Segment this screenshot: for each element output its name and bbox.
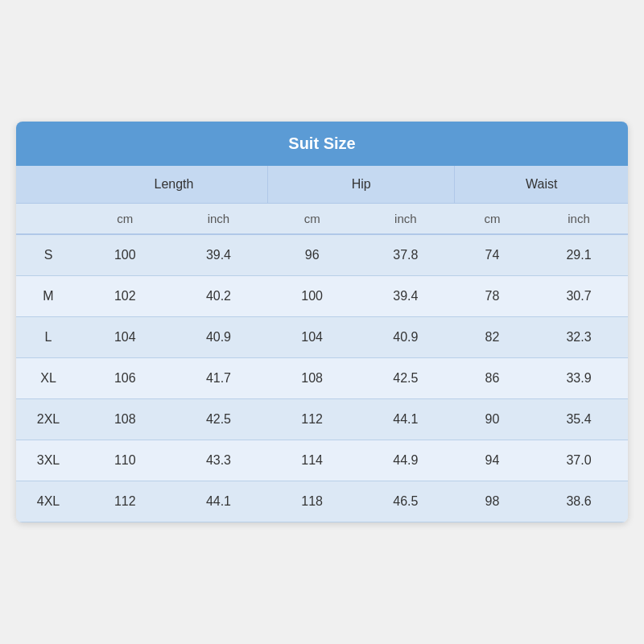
length-inch-cell: 42.5: [169, 399, 267, 440]
length-inch-cell: 44.1: [169, 481, 267, 522]
length-inch-cell: 40.9: [169, 317, 267, 358]
length-cm-cell: 112: [80, 481, 169, 522]
waist-cm-cell: 86: [455, 358, 530, 399]
length-inch-cell: 40.2: [169, 276, 267, 317]
size-chart: Suit Size Length Hip Waist cm inch cm in…: [16, 122, 628, 522]
hip-cm-cell: 114: [267, 440, 356, 481]
hip-inch-header: inch: [357, 204, 455, 235]
waist-inch-cell: 38.6: [530, 481, 628, 522]
table-row: M10240.210039.47830.7: [16, 276, 628, 317]
waist-cm-cell: 82: [455, 317, 530, 358]
size-cell: 3XL: [16, 440, 80, 481]
category-header-row: Length Hip Waist: [16, 166, 628, 204]
waist-cm-cell: 94: [455, 440, 530, 481]
waist-inch-cell: 35.4: [530, 399, 628, 440]
length-cm-cell: 110: [80, 440, 169, 481]
hip-cm-cell: 100: [267, 276, 356, 317]
length-cm-cell: 104: [80, 317, 169, 358]
waist-inch-cell: 29.1: [530, 234, 628, 276]
hip-cm-cell: 104: [267, 317, 356, 358]
empty-category-header: [16, 166, 80, 204]
waist-inch-cell: 32.3: [530, 317, 628, 358]
table-row: 3XL11043.311444.99437.0: [16, 440, 628, 481]
hip-inch-cell: 44.9: [357, 440, 455, 481]
waist-cm-cell: 74: [455, 234, 530, 276]
hip-cm-cell: 108: [267, 358, 356, 399]
length-inch-cell: 39.4: [169, 234, 267, 276]
hip-cm-header: cm: [267, 204, 356, 235]
table-title: Suit Size: [16, 122, 628, 166]
hip-inch-cell: 37.8: [357, 234, 455, 276]
table-row: L10440.910440.98232.3: [16, 317, 628, 358]
table-row: XL10641.710842.58633.9: [16, 358, 628, 399]
hip-inch-cell: 39.4: [357, 276, 455, 317]
empty-unit-header: [16, 204, 80, 235]
waist-cm-cell: 98: [455, 481, 530, 522]
table-body: S10039.49637.87429.1M10240.210039.47830.…: [16, 234, 628, 522]
hip-cm-cell: 118: [267, 481, 356, 522]
table-row: 4XL11244.111846.59838.6: [16, 481, 628, 522]
size-cell: M: [16, 276, 80, 317]
size-cell: XL: [16, 358, 80, 399]
length-cm-cell: 108: [80, 399, 169, 440]
size-cell: 2XL: [16, 399, 80, 440]
waist-cm-cell: 90: [455, 399, 530, 440]
waist-cm-cell: 78: [455, 276, 530, 317]
hip-inch-cell: 42.5: [357, 358, 455, 399]
size-cell: 4XL: [16, 481, 80, 522]
waist-category: Waist: [455, 166, 628, 204]
length-inch-header: inch: [169, 204, 267, 235]
hip-inch-cell: 46.5: [357, 481, 455, 522]
length-inch-cell: 43.3: [169, 440, 267, 481]
length-inch-cell: 41.7: [169, 358, 267, 399]
hip-cm-cell: 112: [267, 399, 356, 440]
length-cm-header: cm: [80, 204, 169, 235]
length-cm-cell: 100: [80, 234, 169, 276]
hip-cm-cell: 96: [267, 234, 356, 276]
hip-category: Hip: [267, 166, 454, 204]
table-row: S10039.49637.87429.1: [16, 234, 628, 276]
size-table: Length Hip Waist cm inch cm inch cm inch…: [16, 166, 628, 522]
hip-inch-cell: 40.9: [357, 317, 455, 358]
waist-inch-cell: 33.9: [530, 358, 628, 399]
size-cell: S: [16, 234, 80, 276]
length-cm-cell: 106: [80, 358, 169, 399]
waist-inch-header: inch: [530, 204, 628, 235]
length-category: Length: [80, 166, 267, 204]
hip-inch-cell: 44.1: [357, 399, 455, 440]
waist-inch-cell: 30.7: [530, 276, 628, 317]
waist-inch-cell: 37.0: [530, 440, 628, 481]
unit-header-row: cm inch cm inch cm inch: [16, 204, 628, 235]
length-cm-cell: 102: [80, 276, 169, 317]
table-row: 2XL10842.511244.19035.4: [16, 399, 628, 440]
waist-cm-header: cm: [455, 204, 530, 235]
size-cell: L: [16, 317, 80, 358]
